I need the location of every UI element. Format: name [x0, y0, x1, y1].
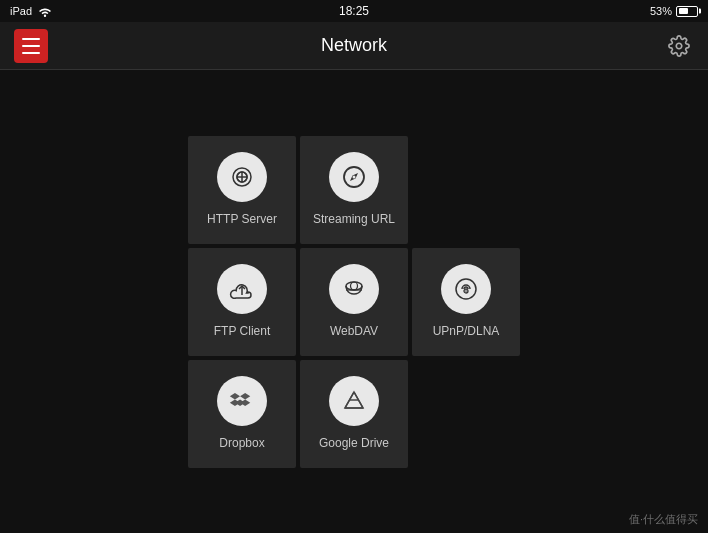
settings-button[interactable]	[664, 31, 694, 61]
webdav-icon	[341, 276, 367, 302]
streaming-url-icon-circle	[329, 152, 379, 202]
http-server-icon-circle	[217, 152, 267, 202]
grid-item-empty-2	[412, 360, 520, 468]
wifi-server-icon	[229, 164, 255, 190]
svg-point-6	[353, 175, 356, 178]
grid-item-streaming-url[interactable]: Streaming URL	[300, 136, 408, 244]
nav-bar: Network	[0, 22, 708, 70]
network-grid: HTTP Server Streaming URL	[188, 136, 520, 468]
status-right: 53%	[650, 5, 698, 17]
battery-fill	[679, 8, 688, 14]
svg-point-10	[351, 282, 358, 290]
ftp-client-label: FTP Client	[214, 324, 270, 340]
battery-pct: 53%	[650, 5, 672, 17]
grid-item-ftp-client[interactable]: FTP Client	[188, 248, 296, 356]
dropbox-label: Dropbox	[219, 436, 264, 452]
grid-item-google-drive[interactable]: Google Drive	[300, 360, 408, 468]
menu-line-1	[22, 38, 40, 40]
status-time: 18:25	[339, 4, 369, 18]
gear-icon	[668, 35, 690, 57]
http-server-label: HTTP Server	[207, 212, 277, 228]
cloud-upload-icon	[229, 276, 255, 302]
upnp-dlna-label: UPnP/DLNA	[433, 324, 500, 340]
google-drive-icon-circle	[329, 376, 379, 426]
status-left: iPad	[10, 5, 52, 17]
battery-icon	[676, 6, 698, 17]
menu-button[interactable]	[14, 29, 48, 63]
main-content: HTTP Server Streaming URL	[0, 70, 708, 533]
grid-item-dropbox[interactable]: Dropbox	[188, 360, 296, 468]
google-drive-icon	[341, 388, 367, 414]
menu-line-2	[22, 45, 40, 47]
google-drive-label: Google Drive	[319, 436, 389, 452]
svg-point-0	[676, 43, 682, 49]
grid-item-empty-1	[412, 136, 520, 244]
watermark: 值·什么值得买	[629, 512, 698, 527]
dropbox-icon-circle	[217, 376, 267, 426]
grid-item-upnp-dlna[interactable]: UPnP/DLNA	[412, 248, 520, 356]
svg-point-13	[465, 290, 467, 292]
status-bar: iPad 18:25 53%	[0, 0, 708, 22]
grid-item-http-server[interactable]: HTTP Server	[188, 136, 296, 244]
grid-item-webdav[interactable]: WebDAV	[300, 248, 408, 356]
ftp-client-icon-circle	[217, 264, 267, 314]
streaming-url-label: Streaming URL	[313, 212, 395, 228]
webdav-label: WebDAV	[330, 324, 378, 340]
upnp-dlna-icon-circle	[441, 264, 491, 314]
device-label: iPad	[10, 5, 32, 17]
svg-point-8	[346, 282, 362, 290]
compass-icon	[341, 164, 367, 190]
dropbox-icon	[229, 388, 255, 414]
menu-line-3	[22, 52, 40, 54]
upnp-icon	[453, 276, 479, 302]
wifi-icon	[38, 6, 52, 17]
webdav-icon-circle	[329, 264, 379, 314]
page-title: Network	[321, 35, 387, 56]
